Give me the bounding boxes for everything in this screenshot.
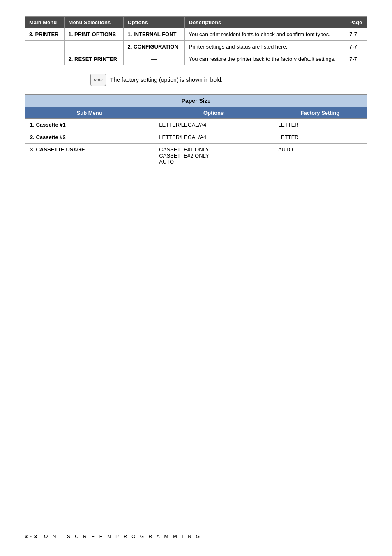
option-cell: 1. INTERNAL FONT [123,28,184,41]
paper-size-table: Paper Size Sub Menu Options Factory Sett… [25,94,367,168]
table-row: 1. Cassette #1 LETTER/LEGAL/A4 LETTER [25,119,367,131]
col-header-descriptions: Descriptions [184,17,345,28]
main-menu-cell [25,53,65,65]
col-header-page: Page [345,17,367,28]
footer: 3 - 3 O N - S C R E E N P R O G R A M M … [25,533,367,540]
page-cell: 7-7 [345,53,367,65]
main-menu-cell [25,41,65,53]
table-row: 2. CONFIGURATION Printer settings and st… [25,41,367,53]
footer-page: 3 - 3 [25,533,37,540]
note-text: The factory setting (option) is shown in… [110,76,223,83]
paper-col-options: Options [154,107,273,119]
paper-col-submenu: Sub Menu [25,107,154,119]
col-header-options: Options [123,17,184,28]
table-row: 2. RESET PRINTER — You can restore the p… [25,53,367,65]
description-cell: Printer settings and status are listed h… [184,41,345,53]
footer-title: O N - S C R E E N P R O G R A M M I N G [44,534,201,540]
paper-col-factory: Factory Setting [273,107,367,119]
option-cell: — [123,53,184,65]
option-cell: 2. CONFIGURATION [123,41,184,53]
description-cell: You can print resident fonts to check an… [184,28,345,41]
page-cell: 7-7 [345,41,367,53]
menu-selection-cell: 2. RESET PRINTER [64,53,123,65]
factory-setting-cell: LETTER [273,119,367,131]
col-header-main-menu: Main Menu [25,17,65,28]
table-row: 3. CASSETTE USAGE CASSETTE#1 ONLY CASSET… [25,144,367,168]
paper-size-title: Paper Size [25,95,367,107]
options-cell: LETTER/LEGAL/A4 [154,131,273,144]
sub-menu-cell: 2. Cassette #2 [25,131,154,144]
description-cell: You can restore the printer back to the … [184,53,345,65]
options-cell: LETTER/LEGAL/A4 [154,119,273,131]
main-menu-cell: 3. PRINTER [25,28,65,41]
menu-selection-cell: 1. PRINT OPTIONS [64,28,123,41]
note-icon: Note [90,74,106,86]
page-cell: 7-7 [345,28,367,41]
factory-setting-cell: LETTER [273,131,367,144]
note-line: Note The factory setting (option) is sho… [90,74,367,86]
main-menu-table: Main Menu Menu Selections Options Descri… [25,16,367,65]
table-row: 3. PRINTER 1. PRINT OPTIONS 1. INTERNAL … [25,28,367,41]
menu-selection-cell [64,41,123,53]
sub-menu-cell: 3. CASSETTE USAGE [25,144,154,168]
options-cell: CASSETTE#1 ONLY CASSETTE#2 ONLY AUTO [154,144,273,168]
table-row: 2. Cassette #2 LETTER/LEGAL/A4 LETTER [25,131,367,144]
sub-menu-cell: 1. Cassette #1 [25,119,154,131]
col-header-menu-selections: Menu Selections [64,17,123,28]
factory-setting-cell: AUTO [273,144,367,168]
